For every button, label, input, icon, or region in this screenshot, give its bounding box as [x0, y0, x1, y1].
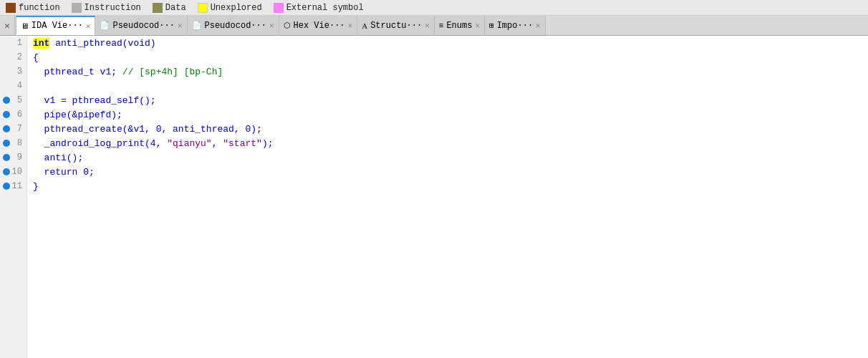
line-number-3: 3	[17, 67, 22, 77]
line-number-6: 6	[17, 110, 22, 120]
legend-color-external	[274, 3, 284, 13]
gutter-line-5: 5	[0, 93, 26, 107]
tab-close-enums[interactable]: ✕	[475, 21, 480, 30]
code-line-3: pthread_t v1; // [sp+4h] [bp-Ch]	[27, 64, 868, 79]
tab-structu[interactable]: A Structu··· ✕	[357, 16, 435, 35]
tab-label-impo: Impo···	[497, 21, 533, 31]
tab-pseudocode1[interactable]: 📄 Pseudocod··· ✕	[95, 16, 187, 35]
token: v1 = pthread_self();	[33, 95, 156, 106]
tab-icon-enums: ≡	[439, 21, 444, 30]
tab-enums[interactable]: ≡ Enums ✕	[434, 16, 485, 35]
code-line-5: v1 = pthread_self();	[27, 93, 868, 107]
breakpoint-5[interactable]	[3, 97, 10, 104]
line-number-10: 10	[12, 167, 22, 177]
breakpoint-8[interactable]	[3, 140, 10, 147]
tab-icon-structu: A	[362, 21, 367, 30]
line-number-5: 5	[17, 95, 22, 105]
gutter-line-10: 10	[0, 165, 26, 179]
token: _android_log_print(4,	[33, 138, 167, 149]
gutter-line-1: 1	[0, 36, 26, 50]
code-line-10: return 0;	[27, 165, 868, 179]
legend-color-function	[6, 3, 16, 13]
code-line-2: {	[27, 50, 868, 64]
line-number-8: 8	[17, 138, 22, 148]
breakpoint-6[interactable]	[3, 111, 10, 118]
gutter-line-9: 9	[0, 150, 26, 165]
token: );	[262, 138, 274, 149]
legend-label-instruction: Instruction	[85, 3, 141, 13]
token: ,	[212, 138, 223, 149]
tab-close-structu[interactable]: ✕	[425, 21, 430, 30]
token: pipe(&pipefd);	[33, 110, 122, 120]
tab-icon-ida-view: 🖥	[21, 21, 29, 31]
line-number-11: 11	[12, 181, 22, 191]
tab-close-impo[interactable]: ✕	[536, 21, 541, 30]
tab-label-structu: Structu···	[370, 21, 422, 31]
breakpoint-11[interactable]	[3, 183, 10, 190]
legend-bar: function Instruction Data Unexplored Ext…	[0, 0, 868, 16]
breakpoint-9[interactable]	[3, 154, 10, 161]
tab-label-ida-view: IDA Vie···	[32, 21, 83, 31]
legend-color-instruction	[72, 3, 82, 13]
line-number-gutter: 1234567891011	[0, 36, 27, 358]
tab-close-pseudocode1[interactable]: ✕	[178, 21, 183, 30]
tab-bar: ✕ 🖥 IDA Vie··· ✕ 📄 Pseudocod··· ✕ 📄 Pseu…	[0, 16, 868, 36]
legend-color-data	[153, 3, 163, 13]
tab-icon-impo: ⊞	[489, 21, 494, 30]
legend-label-function: function	[19, 3, 60, 13]
code-token-pre: pthread_t v1;	[33, 67, 122, 77]
main-area: 1234567891011 int anti_pthread(void){ pt…	[0, 36, 868, 358]
breakpoint-10[interactable]	[3, 168, 10, 175]
tab-close-hex-view[interactable]: ✕	[348, 21, 353, 30]
legend-item-external: External symbol	[274, 3, 364, 13]
tab-close-pseudocode2[interactable]: ✕	[269, 21, 274, 30]
tab-close-ida-view[interactable]: ✕	[86, 21, 91, 31]
token: "qianyu"	[167, 138, 211, 149]
token: }	[33, 181, 39, 192]
token: int	[33, 38, 49, 49]
legend-label-external: External symbol	[286, 3, 364, 13]
token: anti_pthread(void)	[49, 38, 155, 49]
code-area[interactable]: int anti_pthread(void){ pthread_t v1; //…	[27, 36, 868, 358]
tab-label-pseudocode2: Pseudocod···	[205, 21, 266, 31]
legend-item-instruction: Instruction	[72, 3, 141, 13]
global-close-button[interactable]: ✕	[0, 16, 15, 35]
code-line-7: pthread_create(&v1, 0, anti_thread, 0);	[27, 122, 868, 136]
line-number-4: 4	[17, 81, 22, 91]
gutter-line-11: 11	[0, 179, 26, 193]
line-number-1: 1	[17, 38, 22, 48]
tab-ida-view[interactable]: 🖥 IDA Vie··· ✕	[16, 16, 96, 35]
tab-label-pseudocode1: Pseudocod···	[112, 21, 174, 31]
token: anti();	[33, 153, 83, 163]
tab-icon-pseudocode2: 📄	[192, 21, 202, 30]
gutter-line-2: 2	[0, 50, 26, 64]
gutter-line-7: 7	[0, 122, 26, 136]
gutter-line-3: 3	[0, 64, 26, 79]
gutter-line-8: 8	[0, 136, 26, 150]
code-token-comment: // [sp+4h] [bp-Ch]	[122, 67, 223, 77]
legend-color-unexplored	[198, 3, 208, 13]
token: return 0;	[33, 167, 95, 178]
token: {	[33, 52, 39, 63]
tab-icon-hex-view: ⬡	[284, 21, 291, 30]
code-line-1: int anti_pthread(void)	[27, 36, 868, 50]
token: "start"	[223, 138, 262, 149]
line-number-2: 2	[17, 52, 22, 62]
tab-hex-view[interactable]: ⬡ Hex Vie··· ✕	[279, 16, 358, 35]
legend-item-function: function	[6, 3, 60, 13]
code-line-9: anti();	[27, 150, 868, 165]
tab-label-enums: Enums	[446, 21, 472, 31]
token: pthread_create(&v1, 0, anti_thread, 0);	[33, 124, 262, 135]
tab-icon-pseudocode1: 📄	[100, 21, 110, 30]
tab-pseudocode2[interactable]: 📄 Pseudocod··· ✕	[187, 16, 279, 35]
line-number-9: 9	[17, 153, 22, 163]
legend-item-data: Data	[153, 3, 186, 13]
code-line-11: }	[27, 179, 868, 193]
tab-impo[interactable]: ⊞ Impo··· ✕	[484, 16, 546, 35]
line-number-7: 7	[17, 124, 22, 134]
tab-label-hex-view: Hex Vie···	[294, 21, 345, 31]
breakpoint-7[interactable]	[3, 125, 10, 132]
gutter-line-4: 4	[0, 79, 26, 93]
code-line-4	[27, 79, 868, 93]
legend-label-unexplored: Unexplored	[211, 3, 262, 13]
